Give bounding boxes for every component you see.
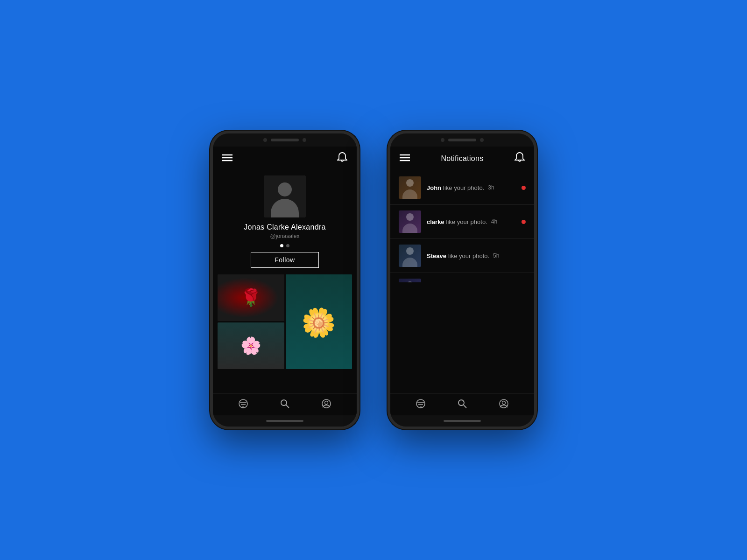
speaker — [271, 139, 299, 141]
notifications-title: Notifications — [441, 154, 483, 163]
bell-icon-2[interactable] — [514, 152, 525, 165]
notif-text-john: John like your photo. 3h — [427, 184, 516, 191]
dot-1 — [280, 244, 283, 247]
photo-grid — [213, 274, 357, 369]
home-indicator-2 — [444, 420, 481, 422]
avatar-image-steave — [399, 245, 421, 267]
svg-point-11 — [325, 401, 328, 405]
notif-text-clarke: clarke like your photo. 4h — [427, 218, 516, 225]
notification-item-steave[interactable]: Steave like your photo. 5h — [390, 239, 534, 273]
profile-name: Jonas Clarke Alexandra — [244, 223, 326, 231]
bottom-nav — [213, 393, 357, 415]
front-camera-2 — [441, 138, 444, 142]
profile-nav-icon-2[interactable] — [499, 399, 509, 411]
svg-line-20 — [464, 405, 466, 408]
front-sensor-2 — [480, 138, 484, 142]
phone-screen-2: Notifications John like your phot — [390, 147, 534, 415]
notif-time-john: 3h — [488, 184, 494, 191]
svg-point-22 — [502, 401, 506, 405]
profile-dots — [280, 244, 289, 247]
profile-content: Jonas Clarke Alexandra @jonasalex Follow — [213, 171, 357, 393]
notif-username-steave: Steave — [427, 252, 446, 259]
notif-action-clarke: like your photo. — [446, 218, 487, 225]
search-nav-icon-2[interactable] — [458, 399, 467, 410]
menu-icon-2[interactable] — [400, 154, 410, 163]
profile-nav-icon[interactable] — [321, 399, 331, 411]
profile-handle: @jonasalex — [270, 233, 300, 239]
profile-header — [213, 147, 357, 171]
avatar-image-alexa — [399, 279, 421, 282]
notif-time-steave: 5h — [493, 252, 499, 259]
photo-cell-roses[interactable] — [218, 274, 284, 321]
photo-cell-pink-roses[interactable] — [218, 322, 284, 369]
notif-dot-clarke — [521, 220, 526, 224]
notif-action-steave: like your photo. — [448, 252, 489, 259]
front-sensor — [303, 138, 306, 142]
search-nav-icon[interactable] — [280, 399, 289, 410]
home-indicator — [266, 420, 303, 422]
notification-item-alexa[interactable]: Alexa like your photo. 6h — [390, 273, 534, 282]
front-camera — [263, 138, 267, 142]
notif-action-john: like your photo. — [443, 184, 484, 191]
phone-top-bar — [213, 133, 357, 147]
profile-avatar — [264, 175, 306, 217]
notifications-list: John like your photo. 3h clarke like you… — [390, 171, 534, 282]
notification-item-john[interactable]: John like your photo. 3h — [390, 171, 534, 205]
menu-icon[interactable] — [222, 154, 233, 163]
notif-avatar-clarke — [399, 210, 421, 233]
notification-item-clarke[interactable]: clarke like your photo. 4h — [390, 205, 534, 239]
filter-nav-icon-2[interactable] — [416, 399, 426, 411]
avatar-image-clarke — [399, 210, 421, 233]
svg-point-19 — [458, 400, 464, 406]
svg-point-8 — [281, 400, 287, 406]
notif-text-steave: Steave like your photo. 5h — [427, 252, 516, 259]
phone-notifications: Notifications John like your phot — [388, 131, 537, 429]
filter-nav-icon[interactable] — [238, 399, 248, 411]
notif-username-john: John — [427, 184, 441, 191]
notif-time-clarke: 4h — [491, 218, 497, 225]
notif-dot-john — [521, 186, 526, 190]
phone-bottom-bar — [213, 415, 357, 427]
phone-top-bar-2 — [390, 133, 534, 147]
notif-avatar-alexa — [399, 279, 421, 282]
avatar-image-john — [399, 176, 421, 199]
bottom-nav-2 — [390, 393, 534, 415]
photo-cell-daffodil[interactable] — [286, 274, 352, 369]
phone-screen: Jonas Clarke Alexandra @jonasalex Follow — [213, 147, 357, 415]
notif-username-clarke: clarke — [427, 218, 444, 225]
notif-avatar-john — [399, 176, 421, 199]
avatar-image — [264, 175, 306, 217]
phone-bottom-bar-2 — [390, 415, 534, 427]
follow-button[interactable]: Follow — [251, 252, 318, 268]
svg-line-9 — [286, 405, 289, 408]
phone-profile: Jonas Clarke Alexandra @jonasalex Follow — [210, 131, 359, 429]
dot-2 — [286, 244, 289, 247]
notifications-header: Notifications — [390, 147, 534, 171]
notif-avatar-steave — [399, 245, 421, 267]
speaker-2 — [448, 139, 476, 141]
bell-icon[interactable] — [337, 152, 347, 165]
